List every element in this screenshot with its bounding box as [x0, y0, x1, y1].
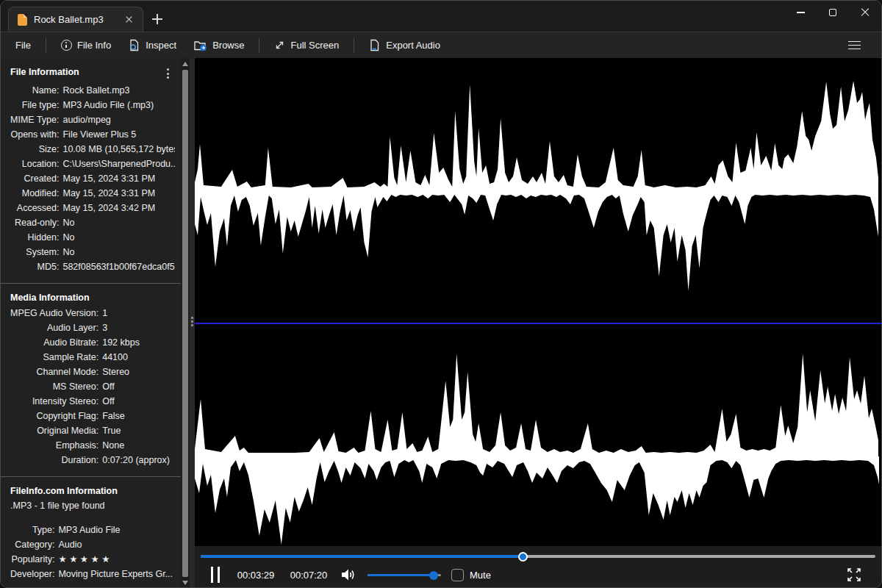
- inspect-button[interactable]: Inspect: [121, 35, 184, 55]
- info-row-label: MS Stereo:: [10, 379, 98, 394]
- mute-checkbox[interactable]: [451, 569, 464, 581]
- elapsed-time: 00:03:29: [234, 570, 277, 581]
- tab-title: Rock Ballet.mp3: [34, 14, 117, 25]
- info-row-value: Moving Picture Experts Gr...: [58, 567, 175, 581]
- file-info-button[interactable]: File Info: [54, 36, 118, 54]
- info-row-label: Sample Rate:: [10, 350, 98, 365]
- file-menu-button[interactable]: File: [8, 36, 38, 54]
- maximize-button[interactable]: [817, 1, 849, 24]
- player-fullscreen-button[interactable]: [843, 564, 865, 586]
- total-duration: 00:07:20: [287, 570, 330, 581]
- info-row-label: MIME Type:: [10, 112, 59, 127]
- info-row-value: No: [62, 215, 175, 230]
- toolbar: File File Info Inspect Browse: [1, 32, 881, 58]
- waveform-display[interactable]: [195, 58, 881, 546]
- info-row-value: C:\Users\SharpenedProdu...: [62, 157, 175, 171]
- info-row-label: Copyright Flag:: [10, 409, 98, 423]
- export-audio-button[interactable]: Export Audio: [362, 35, 448, 55]
- main-area: File InformationName:Rock Ballet.mp3File…: [1, 58, 881, 588]
- info-row-value: Rock Ballet.mp3: [62, 83, 175, 98]
- toolbar-separator: [259, 38, 259, 53]
- content-area: 00:03:29 00:07:20: [195, 58, 881, 588]
- sidebar-section: Media InformationMPEG Audio Version:1Aud…: [1, 283, 181, 476]
- volume-thumb[interactable]: [429, 571, 438, 580]
- info-row-label: Emphasis:: [10, 438, 98, 453]
- info-row-value: True: [102, 423, 175, 438]
- mute-label: Mute: [470, 570, 491, 581]
- info-row-label: Hidden:: [10, 230, 59, 245]
- close-icon: [860, 7, 870, 18]
- browse-label: Browse: [212, 40, 244, 51]
- info-row-label: Duration:: [10, 453, 98, 467]
- info-row-value: No: [62, 245, 175, 259]
- info-row-value: Stereo: [102, 365, 175, 379]
- volume-slider[interactable]: [368, 570, 441, 579]
- close-button[interactable]: [849, 1, 881, 24]
- info-row-label: Audio Layer:: [10, 320, 98, 335]
- info-row-value: 3: [102, 320, 175, 335]
- file-menu-label: File: [15, 40, 31, 51]
- info-row-value: MP3 Audio File: [58, 523, 175, 537]
- scrollbar-thumb[interactable]: [182, 70, 188, 577]
- info-row-label: Channel Mode:: [10, 365, 98, 379]
- info-row-label: Created:: [10, 171, 59, 186]
- tab-close-icon[interactable]: [123, 14, 135, 26]
- seek-slider[interactable]: [201, 551, 875, 561]
- sidebar-section: FileInfo.com Information.MP3 - 1 file ty…: [1, 476, 181, 588]
- toolbar-separator: [46, 38, 46, 53]
- waveform-canvas: [195, 58, 881, 546]
- section-title: FileInfo.com Information: [10, 486, 173, 496]
- sidebar-splitter[interactable]: [190, 58, 195, 588]
- info-row-label: Location:: [10, 157, 59, 171]
- export-audio-label: Export Audio: [386, 40, 440, 51]
- sidebar-scrollbar: [181, 58, 190, 588]
- browse-button[interactable]: Browse: [187, 36, 251, 55]
- info-row-label: Accessed:: [10, 201, 59, 215]
- info-row-value: Off: [102, 394, 175, 409]
- inspect-label: Inspect: [146, 40, 176, 51]
- channel-divider-line: [195, 323, 881, 324]
- info-sidebar: File InformationName:Rock Ballet.mp3File…: [1, 58, 181, 588]
- info-row-label: Category:: [10, 537, 54, 552]
- minimize-button[interactable]: [784, 1, 817, 24]
- sidebar-section: File InformationName:Rock Ballet.mp3File…: [1, 58, 181, 283]
- scroll-up-icon[interactable]: [182, 62, 188, 66]
- info-row-value: 1: [102, 306, 175, 320]
- info-row-label: Modified:: [10, 186, 59, 201]
- seek-progress: [201, 555, 523, 558]
- info-row-label: MD5:: [10, 259, 59, 274]
- info-row-label: Intensity Stereo:: [10, 394, 98, 409]
- info-row-value: May 15, 2024 3:42 PM: [62, 201, 175, 215]
- info-row-label: Type:: [10, 523, 54, 537]
- info-row-label: Opens with:: [10, 127, 59, 142]
- info-row-value: ★ ★ ★ ★ ★: [58, 552, 175, 567]
- full-screen-label: Full Screen: [290, 40, 339, 51]
- expand-arrows-icon: [846, 567, 862, 583]
- info-row-value: 192 kbps: [102, 335, 175, 350]
- full-screen-button[interactable]: Full Screen: [267, 36, 346, 54]
- info-row-label: System:: [10, 245, 59, 259]
- info-row-label: Read-only:: [10, 215, 59, 230]
- volume-button[interactable]: [340, 567, 357, 582]
- menu-hamburger-button[interactable]: [839, 35, 870, 56]
- info-row-label: Developer:: [10, 567, 54, 581]
- info-row-label: Popularity:: [10, 552, 54, 567]
- seek-thumb[interactable]: [518, 552, 528, 562]
- titlebar: Rock Ballet.mp3: [1, 1, 881, 32]
- section-title: File Information: [10, 67, 162, 77]
- info-row-value: 44100: [102, 350, 175, 365]
- file-info-label: File Info: [77, 40, 111, 51]
- info-row-label: MPEG Audio Version:: [10, 306, 98, 320]
- scroll-down-icon[interactable]: [182, 581, 188, 585]
- maximize-icon: [829, 9, 836, 16]
- info-row-value: May 15, 2024 3:31 PM: [62, 186, 175, 201]
- tab-rock-ballet[interactable]: Rock Ballet.mp3: [8, 7, 143, 32]
- new-tab-button[interactable]: [148, 10, 167, 29]
- player-controls: 00:03:29 00:07:20: [201, 561, 875, 588]
- sidebar-options-kebab-icon[interactable]: [162, 67, 173, 80]
- playback-bar: 00:03:29 00:07:20: [195, 546, 881, 588]
- window-controls: [784, 1, 881, 24]
- section-title: Media Information: [10, 293, 173, 303]
- pause-button[interactable]: [207, 564, 224, 586]
- info-row-value: File Viewer Plus 5: [62, 127, 175, 142]
